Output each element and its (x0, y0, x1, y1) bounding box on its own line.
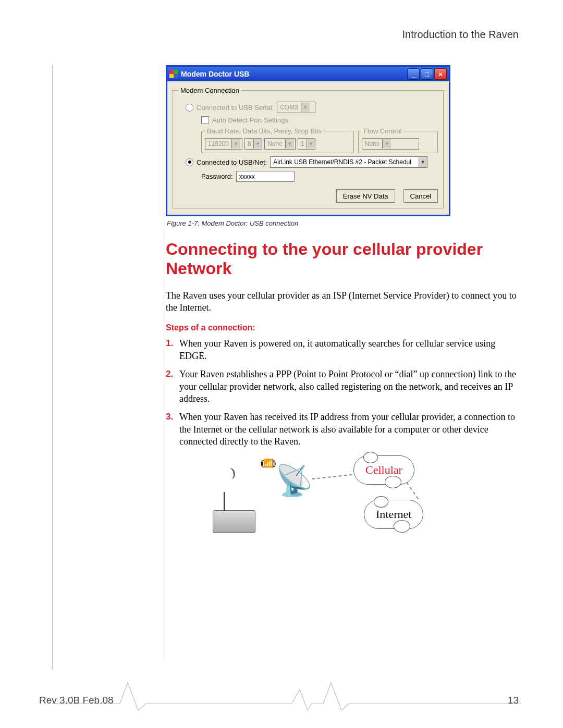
maximize-button[interactable]: □ (421, 68, 433, 80)
antenna-signal-icon: ((📶)) (261, 458, 274, 468)
document-page: Introduction to the Raven Modem Doctor U… (0, 0, 563, 728)
net-adapter-combo[interactable]: AirLink USB Ethernet/RNDIS #2 - Packet S… (270, 156, 427, 168)
cell-tower-icon: 📡 (275, 466, 313, 496)
baud-combo[interactable]: 115200▼ (205, 138, 242, 150)
auto-detect-label: Auto Detect Port Settings (212, 116, 288, 124)
window-title: Modem Doctor USB (181, 70, 407, 78)
flow-combo[interactable]: None▼ (362, 138, 419, 150)
flow-group: Flow Control None▼ (358, 127, 438, 153)
figure-caption: Figure 1-7: Modem Doctor: USB connection (167, 219, 520, 227)
step-text: When your Raven is powered on, it automa… (179, 338, 495, 361)
footer-revision: Rev 3.0B Feb.08 (39, 695, 114, 706)
baud-legend: Baud Rate, Data Bits, Parity, Stop Bits (205, 127, 324, 135)
serial-params-row: Baud Rate, Data Bits, Parity, Stop Bits … (201, 127, 438, 153)
auto-detect-row: Auto Detect Port Settings (201, 116, 438, 124)
erase-nv-button[interactable]: Erase NV Data (336, 189, 395, 203)
column-rule (165, 65, 165, 662)
close-button[interactable]: × (434, 68, 447, 80)
footer-heartbeat-line (52, 680, 521, 711)
list-item: 2.Your Raven establishes a PPP (Point to… (179, 368, 520, 405)
link-line (312, 474, 352, 479)
serial-port-combo[interactable]: COM3 ▼ (277, 102, 315, 113)
cellular-cloud: Cellular (353, 455, 414, 485)
step-number: 1. (166, 338, 173, 349)
running-header: Introduction to the Raven (402, 29, 519, 41)
baud-group: Baud Rate, Data Bits, Parity, Stop Bits … (201, 127, 354, 153)
dialog-button-row: Erase NV Data Cancel (178, 189, 438, 203)
password-field[interactable]: xxxxx (236, 171, 295, 182)
step-number: 2. (166, 368, 173, 380)
radio-usb-net[interactable] (186, 158, 193, 166)
app-icon (169, 70, 178, 78)
window-body: Modem Connection Connected to USB Serial… (167, 81, 449, 215)
radio-usb-serial[interactable] (186, 104, 193, 112)
password-row: Password: xxxxx (201, 171, 438, 182)
stopbits-value: 1 (298, 140, 307, 147)
parity-value: None (265, 140, 285, 147)
flow-legend: Flow Control (362, 127, 404, 135)
net-radio-row: Connected to USB/Net: AirLink USB Ethern… (186, 156, 438, 168)
list-item: 3.When your Raven has received its IP ad… (179, 411, 520, 448)
flow-value: None (362, 140, 383, 147)
chevron-down-icon: ▼ (285, 139, 294, 149)
serial-port-value: COM3 (277, 104, 301, 111)
stopbits-combo[interactable]: 1▼ (298, 138, 315, 150)
modem-connection-group: Modem Connection Connected to USB Serial… (173, 87, 444, 208)
modem-doctor-window: Modem Doctor USB _ □ × Modem Connection … (166, 65, 450, 216)
radio-usb-net-label: Connected to USB/Net: (197, 158, 267, 166)
internet-cloud: Internet (364, 500, 423, 529)
connection-diagram: )))) ((📶)) 📡 Cellular Internet (213, 455, 452, 544)
steps-list: 1.When your Raven is powered on, it auto… (166, 338, 520, 448)
section-heading: Connecting to the your cellular provider… (166, 240, 520, 278)
chevron-down-icon: ▼ (301, 103, 310, 112)
chevron-down-icon: ▼ (231, 139, 240, 149)
window-titlebar: Modem Doctor USB _ □ × (167, 67, 449, 81)
signal-waves-icon: )))) (230, 466, 233, 479)
chevron-down-icon: ▼ (419, 157, 427, 167)
net-adapter-value: AirLink USB Ethernet/RNDIS #2 - Packet S… (271, 158, 418, 166)
step-text: When your Raven has received its IP addr… (179, 412, 515, 447)
footer-page-number: 13 (508, 695, 519, 706)
cancel-button[interactable]: Cancel (403, 189, 438, 203)
step-text: Your Raven establishes a PPP (Point to P… (179, 369, 516, 404)
auto-detect-checkbox[interactable] (201, 116, 209, 124)
databits-combo[interactable]: 8▼ (244, 138, 262, 150)
chevron-down-icon: ▼ (382, 139, 391, 149)
page-margin-rule (52, 65, 53, 670)
radio-usb-serial-label: Connected to USB Serial: (197, 104, 274, 112)
baud-value: 115200 (205, 140, 231, 147)
list-item: 1.When your Raven is powered on, it auto… (179, 338, 520, 362)
password-label: Password: (201, 172, 233, 180)
step-number: 3. (166, 411, 173, 423)
minimize-button[interactable]: _ (407, 68, 420, 80)
steps-subheading: Steps of a connection: (166, 323, 520, 332)
intro-paragraph: The Raven uses your cellular provider as… (166, 290, 520, 314)
chevron-down-icon: ▼ (253, 139, 262, 149)
serial-radio-row: Connected to USB Serial: COM3 ▼ (186, 102, 438, 113)
modem-connection-legend: Modem Connection (178, 87, 241, 94)
databits-value: 8 (245, 140, 253, 147)
chevron-down-icon: ▼ (307, 139, 315, 149)
main-content: Modem Doctor USB _ □ × Modem Connection … (166, 65, 520, 544)
modem-device-icon (213, 510, 255, 533)
parity-combo[interactable]: None▼ (264, 138, 296, 150)
